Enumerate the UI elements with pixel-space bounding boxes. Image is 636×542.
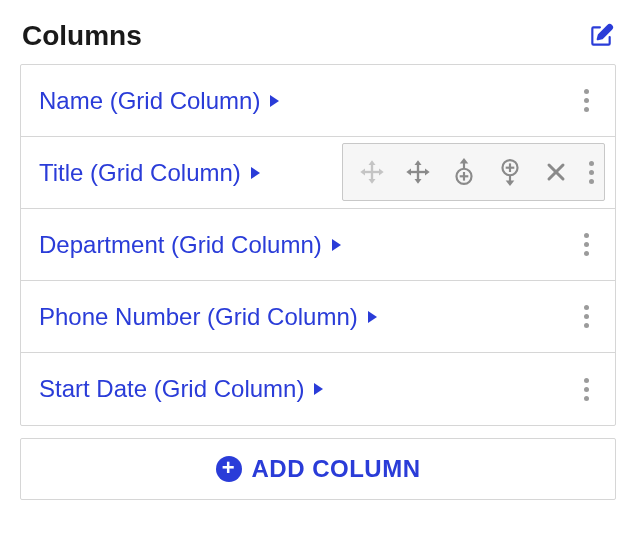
add-above-icon[interactable]: [449, 157, 479, 187]
svg-marker-21: [506, 181, 515, 186]
column-link[interactable]: Phone Number (Grid Column): [39, 303, 377, 331]
expand-icon: [332, 239, 341, 251]
close-icon[interactable]: [541, 157, 571, 187]
column-label: Phone Number (Grid Column): [39, 303, 358, 331]
column-label: Department (Grid Column): [39, 231, 322, 259]
expand-icon: [251, 167, 260, 179]
column-row: Start Date (Grid Column): [21, 353, 615, 425]
panel-header: Columns: [20, 20, 616, 52]
column-label: Start Date (Grid Column): [39, 375, 304, 403]
column-row: Title (Grid Column): [21, 137, 615, 209]
svg-rect-19: [506, 167, 515, 169]
add-below-icon[interactable]: [495, 157, 525, 187]
plus-circle-icon: [216, 456, 242, 482]
row-menu-button[interactable]: [576, 225, 597, 264]
column-link[interactable]: Title (Grid Column): [39, 159, 260, 187]
edit-icon[interactable]: [588, 23, 614, 49]
svg-rect-11: [410, 171, 426, 173]
row-menu-button[interactable]: [576, 81, 597, 120]
column-row: Department (Grid Column): [21, 209, 615, 281]
column-link[interactable]: Start Date (Grid Column): [39, 375, 323, 403]
add-column-button[interactable]: ADD COLUMN: [20, 438, 616, 500]
column-link[interactable]: Department (Grid Column): [39, 231, 341, 259]
column-label: Title (Grid Column): [39, 159, 241, 187]
column-link[interactable]: Name (Grid Column): [39, 87, 279, 115]
row-menu-button[interactable]: [576, 297, 597, 336]
row-menu-button[interactable]: [587, 157, 594, 188]
row-toolbar: [342, 143, 605, 201]
row-menu-button[interactable]: [576, 370, 597, 409]
panel-title: Columns: [22, 20, 142, 52]
column-row: Name (Grid Column): [21, 65, 615, 137]
expand-icon: [368, 311, 377, 323]
columns-panel: Columns Name (Grid Column) Title (Grid C…: [20, 20, 616, 500]
add-column-label: ADD COLUMN: [252, 455, 421, 483]
column-label: Name (Grid Column): [39, 87, 260, 115]
column-row: Phone Number (Grid Column): [21, 281, 615, 353]
columns-list: Name (Grid Column) Title (Grid Column): [20, 64, 616, 426]
move-icon[interactable]: [403, 157, 433, 187]
move-icon[interactable]: [357, 157, 387, 187]
svg-rect-5: [364, 171, 380, 173]
svg-rect-16: [460, 175, 469, 177]
expand-icon: [270, 95, 279, 107]
expand-icon: [314, 383, 323, 395]
